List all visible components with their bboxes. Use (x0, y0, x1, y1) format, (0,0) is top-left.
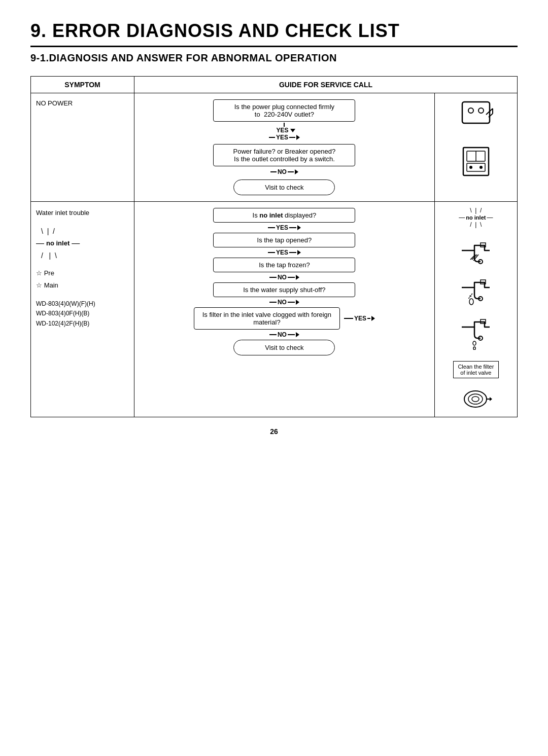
no-inlet-label-sym: no inlet (46, 238, 70, 249)
clean-filter-box: Clean the filterof inlet valve (453, 361, 499, 378)
visit-check-2: Visit to check (233, 340, 335, 355)
arrow-yes-1-power: YES YES (269, 123, 300, 141)
table-row-water: Water inlet trouble \ | / — no inlet — /… (31, 202, 518, 417)
flow-box-3-water: Is the tap frozen? (213, 258, 355, 272)
svg-point-1 (468, 108, 473, 113)
yes-label-1: YES (276, 127, 288, 134)
icon-cell-nopower (434, 93, 517, 202)
water-inlet-label: Water inlet trouble (36, 209, 129, 217)
guide-header: GUIDE FOR SERVICE CALL (134, 77, 518, 93)
faucet-drip-icon (459, 317, 492, 350)
symptom-cell-water: Water inlet trouble \ | / — no inlet — /… (31, 202, 134, 417)
guide-cell-water: Is no inlet displayed? YES Is the tap (134, 202, 435, 417)
guide-cell-nopower: Is the power plug connected firmlyto 220… (134, 93, 435, 202)
svg-rect-0 (462, 102, 490, 123)
icon-area-nopower (440, 99, 512, 178)
svg-point-28 (472, 397, 479, 402)
flow-box-1-power: Is the power plug connected firmlyto 220… (213, 99, 355, 122)
flow-box-2-water: Is the tap opened? (213, 233, 355, 247)
symptom-header: SYMPTOM (31, 77, 134, 93)
arrow-no-1-power: NO (270, 168, 298, 175)
icon-area-water: \ | / —no inlet— / | \ (438, 207, 514, 412)
svg-point-25 (473, 347, 475, 350)
faucet-frozen-icon (459, 277, 492, 308)
svg-point-21 (469, 299, 473, 305)
pre-main-labels: ☆ Pre ☆ Main (36, 267, 129, 291)
flow-box-5-water: Is filter in the inlet valve clogged wit… (194, 307, 340, 330)
model-list: WD-803(4)0(W)(F)(H) WD-803(4)0F(H)(B) WD… (36, 299, 129, 329)
arrow-yes-water-1: YES (268, 224, 301, 231)
arrow-no-water-3: NO (269, 331, 299, 338)
visit-check-1: Visit to check (233, 179, 335, 195)
breaker-icon (461, 145, 491, 178)
svg-point-27 (468, 394, 483, 404)
flow-box-1-water: Is no inlet displayed? (213, 208, 355, 223)
svg-point-2 (478, 108, 484, 113)
icon-cell-water: \ | / —no inlet— / | \ (434, 202, 517, 417)
page-number: 26 (30, 427, 518, 436)
flow-box-4-water: Is the water supply shut-off? (213, 282, 355, 297)
no-inlet-diagram: \ | / — no inlet — / | \ (36, 226, 129, 261)
svg-point-26 (464, 391, 487, 407)
filter-icon (459, 386, 492, 412)
box5-row: Is filter in the inlet valve clogged wit… (140, 307, 429, 330)
svg-point-24 (473, 341, 476, 345)
main-title: 9. ERROR DIAGNOSIS AND CHECK LIST (30, 20, 518, 47)
arrow-no-water-2: NO (269, 299, 299, 306)
symptom-cell-nopower: NO POWER (31, 93, 134, 202)
arrow-yes-water-2: YES (268, 249, 301, 256)
yes-text-1: YES (276, 134, 288, 141)
yes-horizontal-branch: YES (344, 315, 375, 322)
main-table: SYMPTOM GUIDE FOR SERVICE CALL NO POWER … (30, 76, 518, 417)
svg-point-11 (480, 166, 483, 169)
flow-water: Is no inlet displayed? YES Is the tap (140, 208, 429, 355)
svg-point-10 (469, 166, 472, 169)
no-power-label: NO POWER (36, 99, 129, 107)
no-inlet-indicator: \ | / —no inlet— / | \ (459, 207, 493, 228)
faucet-open-icon (459, 240, 492, 268)
svg-marker-30 (490, 397, 492, 401)
flow-nopower: Is the power plug connected firmlyto 220… (140, 99, 429, 195)
flow-box-2-power: Power failure? or Breaker opened?Is the … (213, 144, 355, 166)
no-text-1: NO (278, 168, 287, 175)
sub-title: 9-1.DIAGNOSIS AND ANSWER FOR ABNORMAL OP… (30, 52, 518, 64)
outlet-icon (458, 99, 494, 135)
table-row: NO POWER Is the power plug connected fir… (31, 93, 518, 202)
arrow-no-water-1: NO (269, 274, 299, 281)
